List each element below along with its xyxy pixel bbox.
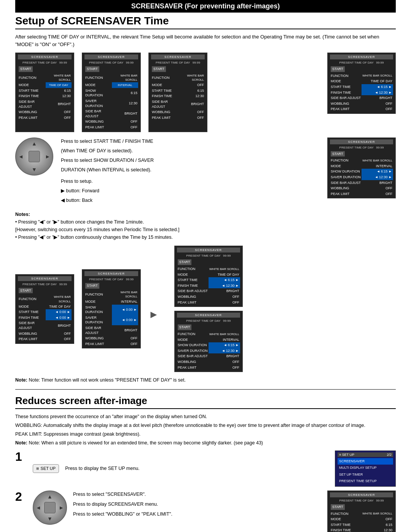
menu-item-screensaver: SCREENSAVER <box>338 458 393 465</box>
dial-text-row: ▲ ▼ ◄ ► Press to select START TIME / FIN… <box>15 137 396 206</box>
step-1-number: 1 <box>15 451 27 463</box>
step2-nav-dial[interactable]: ▲ ▼ ◄ ► <box>33 490 67 525</box>
reduces-intro: These functions prevent the occurrence o… <box>15 413 396 447</box>
step2-dial: ▲ ▼ ◄ ► <box>33 490 67 525</box>
result-boxes: SCREENSAVER PRESENT TIME OF DAY 99:99 ST… <box>174 246 243 372</box>
step2-ss-box: SCREENSAVER PRESENT TIME OF DAY 99:99 ST… <box>327 490 396 532</box>
dial-right-arrow: ► <box>45 153 50 160</box>
step2-dial-left: ◄ <box>36 505 41 511</box>
step2-dial-right: ► <box>59 505 64 511</box>
step-2-number: 2 <box>15 490 27 503</box>
menu-item-presenttime: PRESENT TIME SETUP <box>338 478 393 485</box>
ss-box3-title: SCREENSAVER <box>151 54 205 59</box>
setup-button-icon[interactable]: ≡ SET UP <box>33 464 59 473</box>
dial-left-arrow: ◄ <box>18 153 24 160</box>
ss-box1-title: SCREENSAVER <box>18 54 72 59</box>
dial-center-button[interactable] <box>29 151 40 162</box>
ss-box-right1: SCREENSAVER PRESENT TIME OF DAY 99:99 ST… <box>327 53 396 114</box>
ss-box-3: SCREENSAVER PRESENT TIME OF DAY 99:99 ST… <box>148 53 207 132</box>
steps-section: 1 ≡ SET UP Press to display the SET UP m… <box>15 451 396 532</box>
step-1-row: 1 ≡ SET UP Press to display the SET UP m… <box>15 451 396 487</box>
notes-section: Notes: • Pressing "◀" or "▶" button once… <box>15 211 396 241</box>
dial-up-arrow: ▲ <box>32 141 37 147</box>
right-boxes: SCREENSAVER PRESENT TIME OF DAY 99:99 ST… <box>327 53 396 132</box>
ss-box-2: SCREENSAVER PRESENT TIME OF DAY 99:99 ST… <box>82 53 141 132</box>
step2-dial-down: ▼ <box>47 516 53 522</box>
ss-box2-title: SCREENSAVER <box>84 54 138 59</box>
ss-box-result1: SCREENSAVER PRESENT TIME OF DAY 99:99 ST… <box>174 246 243 307</box>
top-header: SCREENSAVER (For preventing after-images… <box>15 0 396 13</box>
step-1-text: Press to display the SET UP menu. <box>65 465 139 472</box>
ss-box-bottom-left2: SCREENSAVER PRESENT TIME OF DAY 99:99 ST… <box>82 269 141 349</box>
menu-icon: ≡ <box>36 466 39 471</box>
arrow-icon: ► <box>148 297 159 321</box>
top-header-label: SCREENSAVER (For preventing after-images… <box>131 2 280 10</box>
nav-dial[interactable]: ▲ ▼ ◄ ► <box>15 137 53 176</box>
section1-title: Setup of SCREENSAVER Time <box>15 13 396 29</box>
menu-header: ≡ SET UP 2/2 <box>338 452 393 457</box>
step-2-row: 2 ▲ ▼ ◄ ► Press to select "SCREENSAVER".… <box>15 490 396 532</box>
top-boxes-row: SCREENSAVER PRESENT TIME OF DAY 99:99 ST… <box>15 53 396 132</box>
ss-box-1: SCREENSAVER PRESENT TIME OF DAY 99:99 ST… <box>15 53 74 132</box>
step2-text-content: Press to select "SCREENSAVER". Press to … <box>73 490 172 518</box>
dial-down-arrow: ▼ <box>32 166 37 173</box>
setup-menu-box: ≡ SET UP 2/2 SCREENSAVER MULTI DISPLAY S… <box>335 451 396 487</box>
bottom-boxes-row: SCREENSAVER PRESENT TIME OF DAY 99:99 ST… <box>15 246 396 372</box>
right-box2-container: SCREENSAVER PRESENT TIME OF DAY 99:99 ST… <box>327 137 396 199</box>
step2-dial-center[interactable] <box>44 502 56 513</box>
menu-item-multidisplay: MULTI DISPLAY SETUP <box>338 465 393 471</box>
dial-instructions: Press to select START TIME / FINISH TIME… <box>61 137 320 206</box>
menu-item-setuptimer: SET UP TIMER <box>338 471 393 478</box>
section2-title: Reduces screen after-image <box>15 393 396 409</box>
dial-section: ▲ ▼ ◄ ► <box>15 137 53 176</box>
step-1-content: ≡ SET UP Press to display the SET UP men… <box>33 451 396 487</box>
step2-dial-up: ▲ <box>47 494 53 500</box>
section1-intro: After selecting TIME OF DAY or INTERVAL,… <box>15 33 396 48</box>
ss-box-result2: SCREENSAVER PRESENT TIME OF DAY 99:99 ST… <box>174 311 243 372</box>
note-timer: Note: Note: Timer function will not work… <box>15 377 396 384</box>
ss-box-bottom-left1: SCREENSAVER PRESENT TIME OF DAY 99:99 ST… <box>15 274 74 344</box>
ss-box-right2: SCREENSAVER PRESENT TIME OF DAY 99:99 ST… <box>327 137 396 199</box>
step-2-content: ▲ ▼ ◄ ► Press to select "SCREENSAVER". P… <box>33 490 396 532</box>
